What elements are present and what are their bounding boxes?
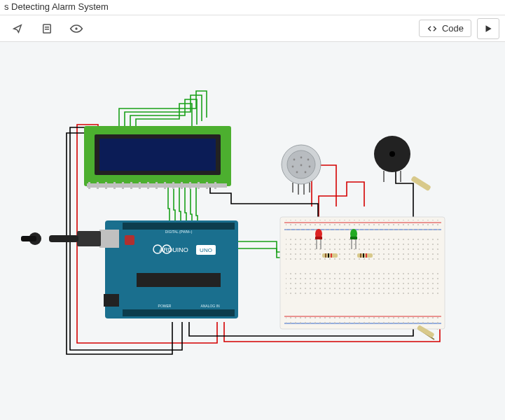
svg-rect-9 [113, 182, 116, 189]
svg-point-29 [309, 166, 311, 168]
svg-rect-14 [155, 182, 158, 189]
svg-rect-78 [360, 253, 361, 258]
svg-rect-7 [97, 182, 99, 189]
resistor-2[interactable] [322, 253, 338, 258]
svg-rect-42 [99, 230, 119, 248]
arduino-power-label: POWER [158, 304, 172, 308]
circuit-canvas[interactable]: ARDUINO UNO DIGITAL (PWM~) POWER ANALOG … [0, 42, 505, 420]
svg-rect-51 [77, 231, 101, 246]
notes-button[interactable] [35, 18, 59, 39]
simulate-button[interactable] [477, 18, 499, 39]
svg-rect-11 [130, 182, 132, 189]
svg-rect-13 [147, 182, 149, 189]
visibility-button[interactable] [64, 18, 88, 39]
arduino-model-label: UNO [200, 247, 212, 253]
share-icon [11, 22, 24, 35]
svg-point-30 [296, 172, 298, 174]
svg-rect-64 [286, 314, 440, 325]
svg-point-31 [305, 172, 307, 174]
resistor-3[interactable] [357, 253, 373, 258]
svg-rect-8 [105, 182, 107, 189]
svg-point-1 [75, 27, 77, 29]
play-icon [483, 24, 493, 34]
svg-rect-20 [206, 182, 208, 189]
svg-rect-66 [315, 237, 322, 239]
svg-rect-46 [137, 273, 221, 287]
eye-icon [69, 23, 83, 34]
svg-rect-75 [328, 253, 329, 258]
svg-rect-63 [286, 220, 440, 231]
lcd-module[interactable] [84, 126, 231, 189]
project-title: s Detecting Alarm System [4, 1, 109, 12]
code-label: Code [442, 23, 464, 34]
share-button[interactable] [6, 18, 29, 39]
svg-rect-4 [99, 139, 216, 171]
gas-sensor[interactable] [282, 145, 321, 195]
svg-rect-10 [122, 182, 124, 189]
svg-rect-21 [214, 182, 216, 189]
usb-cable[interactable] [21, 231, 101, 246]
svg-rect-61 [286, 235, 440, 263]
svg-rect-62 [286, 270, 440, 298]
svg-point-37 [389, 151, 395, 157]
svg-rect-19 [198, 182, 200, 189]
svg-rect-43 [104, 294, 119, 307]
svg-point-24 [293, 159, 296, 161]
svg-rect-77 [357, 253, 373, 258]
toolbar: Code [0, 15, 505, 42]
svg-rect-17 [181, 182, 183, 189]
breadboard[interactable] [280, 217, 445, 329]
svg-rect-80 [366, 253, 367, 258]
svg-rect-76 [331, 253, 332, 258]
notes-icon [41, 22, 53, 35]
svg-point-25 [300, 157, 303, 159]
svg-rect-45 [123, 309, 235, 316]
svg-point-27 [292, 166, 294, 168]
svg-rect-15 [164, 182, 166, 189]
svg-rect-79 [363, 253, 364, 258]
svg-rect-18 [189, 182, 191, 189]
arduino-digital-label: DIGITAL (PWM~) [165, 230, 193, 234]
svg-rect-54 [21, 236, 36, 241]
title-bar: s Detecting Alarm System [0, 0, 505, 15]
code-button[interactable]: Code [419, 20, 471, 37]
svg-rect-6 [88, 182, 90, 189]
svg-rect-12 [139, 182, 141, 189]
piezo-buzzer[interactable] [374, 136, 410, 182]
svg-rect-44 [123, 223, 235, 230]
svg-point-26 [307, 159, 310, 161]
svg-rect-47 [125, 235, 134, 245]
arduino-uno[interactable]: ARDUINO UNO DIGITAL (PWM~) POWER ANALOG … [99, 220, 238, 318]
svg-rect-73 [322, 253, 338, 258]
svg-rect-70 [350, 237, 357, 239]
svg-point-28 [300, 164, 303, 167]
svg-rect-16 [172, 182, 174, 189]
svg-rect-52 [49, 235, 78, 242]
code-icon [427, 24, 438, 34]
arduino-analog-label: ANALOG IN [200, 304, 220, 308]
svg-rect-74 [325, 253, 326, 258]
circuit-diagram: ARDUINO UNO DIGITAL (PWM~) POWER ANALOG … [0, 42, 505, 420]
